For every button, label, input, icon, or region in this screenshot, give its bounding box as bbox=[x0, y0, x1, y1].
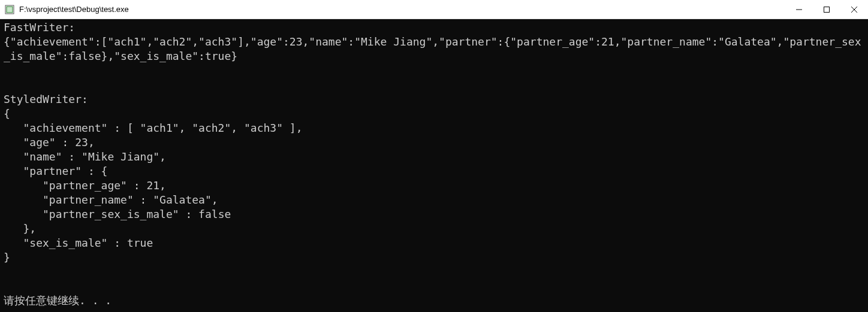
console-line: FastWriter: bbox=[4, 21, 75, 34]
console-line: "partner_age" : 21, bbox=[4, 179, 166, 192]
minimize-button[interactable] bbox=[785, 0, 813, 19]
console-line: "partner_name" : "Galatea", bbox=[4, 193, 218, 206]
console-line: "partner_sex_is_male" : false bbox=[4, 208, 231, 220]
console-line: }, bbox=[4, 222, 36, 235]
console-output: FastWriter: {"achievement":["ach1","ach2… bbox=[0, 19, 868, 312]
svg-rect-4 bbox=[824, 7, 830, 12]
console-line: StyledWriter: bbox=[4, 93, 88, 105]
console-line: {"achievement":["ach1","ach2","ach3"],"a… bbox=[4, 35, 861, 62]
window-title: F:\vsproject\test\Debug\test.exe bbox=[19, 5, 129, 14]
titlebar-left: F:\vsproject\test\Debug\test.exe bbox=[0, 5, 129, 14]
close-button[interactable] bbox=[840, 0, 868, 19]
maximize-button[interactable] bbox=[813, 0, 840, 19]
svg-rect-1 bbox=[7, 7, 13, 13]
titlebar-controls bbox=[785, 0, 868, 19]
console-line: "partner" : { bbox=[4, 165, 107, 177]
console-line: { bbox=[4, 107, 10, 120]
console-line: 请按任意键继续. . . bbox=[4, 294, 111, 307]
console-line: "achievement" : [ "ach1", "ach2", "ach3"… bbox=[4, 122, 303, 134]
window-titlebar: F:\vsproject\test\Debug\test.exe bbox=[0, 0, 868, 19]
console-line: "sex_is_male" : true bbox=[4, 237, 153, 249]
console-line: } bbox=[4, 251, 10, 263]
console-line: "name" : "Mike Jiang", bbox=[4, 150, 166, 163]
console-line: "age" : 23, bbox=[4, 136, 95, 149]
app-icon bbox=[5, 5, 14, 14]
